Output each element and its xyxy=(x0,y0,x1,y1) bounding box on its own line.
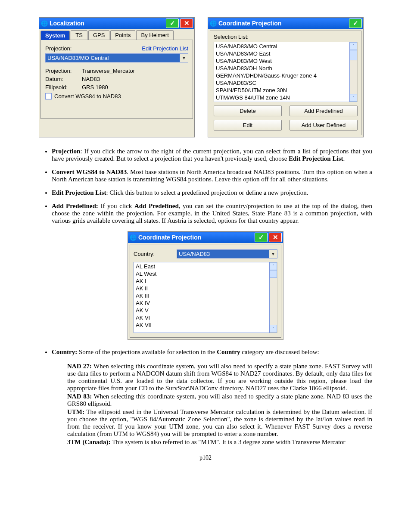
bullet-edit-projection-list: Edit Projection List: Click this button … xyxy=(52,189,372,196)
delete-button[interactable]: Delete xyxy=(214,106,282,116)
ok-button[interactable]: ✓ xyxy=(255,233,268,242)
country-panel: Country: USA/NAD83 ▼ AL East AL West AK … xyxy=(130,245,281,338)
list-item[interactable]: SOUTH AFRICA/HARTEBEESTHOEK94/Lo27 xyxy=(216,101,348,102)
projection2-value: Transverse_Mercator xyxy=(82,68,135,74)
scroll-up-icon[interactable]: ˄ xyxy=(270,262,277,270)
selection-listbox[interactable]: USA/NAD83/MO Central USA/NAD83/MO East U… xyxy=(214,42,358,102)
list-item[interactable]: USA/NAD83/SC xyxy=(216,79,348,87)
page-number: p102 xyxy=(39,454,372,461)
list-item[interactable]: AK III xyxy=(136,292,268,299)
zone-listbox[interactable]: AL East AL West AK I AK II AK III AK IV … xyxy=(134,262,277,333)
bullet-convert-wgs84: Convert WGS84 to NAD83. Most base statio… xyxy=(52,168,372,183)
bullet-list-2: Country: Some of the projections availab… xyxy=(39,348,372,356)
para-nad83: NAD 83: When selecting this coordinate s… xyxy=(67,393,372,408)
projection-label: Projection: xyxy=(45,45,82,52)
dialogs-row: 🌐 Localization ✓ ✕ System TS GPS Points … xyxy=(39,17,372,137)
close-button[interactable]: ✕ xyxy=(269,233,282,242)
app-icon: 🌐 xyxy=(210,20,217,27)
scroll-track[interactable] xyxy=(350,60,357,94)
ok-button[interactable]: ✓ xyxy=(166,19,179,28)
dropdown-arrow-icon[interactable]: ▼ xyxy=(180,53,188,62)
app-icon: 🌐 xyxy=(41,20,48,27)
list-item[interactable]: SPAIN/ED50/UTM zone 30N xyxy=(216,87,348,94)
add-predefined-button[interactable]: Add Predefined xyxy=(290,106,358,116)
bullet-add-predefined: Add Predefined: If you click Add Predefi… xyxy=(52,202,372,224)
bullet-country: Country: Some of the projections availab… xyxy=(52,348,372,356)
listbox-items[interactable]: AL East AL West AK I AK II AK III AK IV … xyxy=(134,262,270,333)
edit-projection-list-link[interactable]: Edit Projection List xyxy=(142,45,188,52)
system-panel: Projection: Edit Projection List USA/NAD… xyxy=(40,40,193,119)
bullet-list: Projection: If you click the arrow to th… xyxy=(39,148,372,224)
convert-checkbox[interactable] xyxy=(45,93,52,100)
scroll-up-icon[interactable]: ˄ xyxy=(350,42,357,50)
titlebar: 🌐 Coordinate Projection ✓ xyxy=(208,18,363,29)
tab-gps[interactable]: GPS xyxy=(88,30,109,40)
scrollbar[interactable]: ˄ ˅ xyxy=(350,42,358,102)
ellipsoid-value: GRS 1980 xyxy=(82,84,108,90)
center-wrap: 🌐 Coordinate Projection ✓ ✕ Country: USA… xyxy=(39,231,372,340)
tabs: System TS GPS Points By Helmert xyxy=(39,29,194,40)
convert-checkbox-label: Convert WGS84 to NAD83 xyxy=(54,93,121,100)
titlebar: 🌐 Coordinate Projection ✓ ✕ xyxy=(128,232,283,243)
list-item[interactable]: AK I xyxy=(136,277,268,285)
projection2-label: Projection: xyxy=(45,68,82,74)
add-user-defined-button[interactable]: Add User Defined xyxy=(290,120,358,131)
ellipsoid-label: Ellipsoid: xyxy=(45,84,82,90)
list-item[interactable]: AK II xyxy=(136,285,268,292)
datum-value: NAD83 xyxy=(82,76,100,82)
tab-ts[interactable]: TS xyxy=(71,30,87,40)
list-item[interactable]: USA/NAD83/MO West xyxy=(216,57,348,65)
listbox-items[interactable]: USA/NAD83/MO Central USA/NAD83/MO East U… xyxy=(214,42,350,102)
scrollbar[interactable]: ˄ ˅ xyxy=(270,262,277,333)
selection-list-label: Selection List: xyxy=(214,34,358,40)
projection-combo[interactable]: USA/NAD83/MO Central ▼ xyxy=(45,53,188,62)
tab-system[interactable]: System xyxy=(40,31,70,40)
list-item[interactable]: USA/NAD83/MO Central xyxy=(216,43,348,50)
tab-points[interactable]: Points xyxy=(110,30,135,40)
datum-label: Datum: xyxy=(45,76,82,82)
para-utm: UTM: The ellipsoid used in the Universal… xyxy=(67,408,372,438)
localization-dialog: 🌐 Localization ✓ ✕ System TS GPS Points … xyxy=(39,17,195,137)
bullet-projection: Projection: If you click the arrow to th… xyxy=(52,148,372,162)
edit-button[interactable]: Edit xyxy=(214,120,282,131)
country-label: Country: xyxy=(134,251,177,257)
country-combo[interactable]: USA/NAD83 ▼ xyxy=(177,249,277,258)
titlebar: 🌐 Localization ✓ ✕ xyxy=(39,18,194,29)
dropdown-arrow-icon[interactable]: ▼ xyxy=(269,249,277,258)
selection-panel: Selection List: USA/NAD83/MO Central USA… xyxy=(210,31,361,135)
list-item[interactable]: AK V xyxy=(136,307,268,314)
list-item[interactable]: AK VI xyxy=(136,314,268,321)
list-item[interactable]: AL East xyxy=(136,263,268,270)
scroll-down-icon[interactable]: ˅ xyxy=(270,325,277,333)
scroll-thumb[interactable] xyxy=(350,50,357,60)
button-grid: Delete Add Predefined Edit Add User Defi… xyxy=(214,106,358,131)
list-item[interactable]: GERMANY/DHDN/Gauss-Kruger zone 4 xyxy=(216,72,348,79)
list-item[interactable]: USA/NAD83/MO East xyxy=(216,50,348,57)
close-button[interactable]: ✕ xyxy=(180,19,193,28)
coord-projection-list-dialog: 🌐 Coordinate Projection ✓ Selection List… xyxy=(208,17,364,137)
list-item[interactable]: USA/NAD83/OH North xyxy=(216,65,348,72)
list-item[interactable]: UTM/WGS 84/UTM zone 14N xyxy=(216,94,348,101)
title-text: Coordinate Projection xyxy=(218,20,281,27)
para-3tm: 3TM (Canada): This system is also referr… xyxy=(67,439,372,446)
title-text: Localization xyxy=(50,20,84,27)
title-text: Coordinate Projection xyxy=(138,234,201,241)
app-icon: 🌐 xyxy=(130,234,137,241)
scroll-thumb[interactable] xyxy=(270,270,277,278)
coord-projection-country-dialog: 🌐 Coordinate Projection ✓ ✕ Country: USA… xyxy=(128,231,283,340)
ok-button[interactable]: ✓ xyxy=(349,19,362,28)
scroll-track[interactable] xyxy=(270,278,277,325)
para-nad27: NAD 27: When selecting this coordinate s… xyxy=(67,363,372,392)
list-item[interactable]: AL West xyxy=(136,270,268,277)
list-item[interactable]: AK VII xyxy=(136,321,268,329)
scroll-down-icon[interactable]: ˅ xyxy=(350,94,357,102)
tab-by-helmert[interactable]: By Helmert xyxy=(136,30,173,40)
projection-value[interactable]: USA/NAD83/MO Central xyxy=(45,53,180,62)
country-value[interactable]: USA/NAD83 xyxy=(177,249,269,258)
list-item[interactable]: AK IV xyxy=(136,299,268,307)
